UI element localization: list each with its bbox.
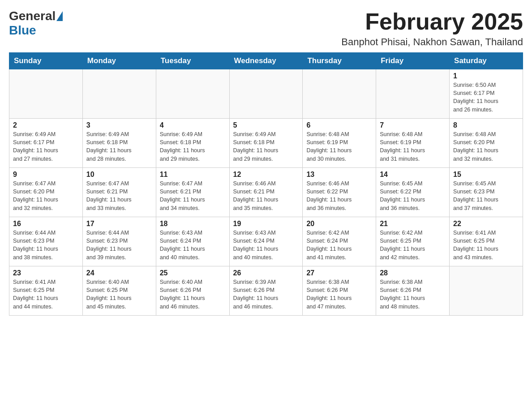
day-info: Sunrise: 6:49 AM Sunset: 6:18 PM Dayligh… <box>86 130 152 163</box>
day-number: 16 <box>13 220 79 228</box>
calendar-cell: 15Sunrise: 6:45 AM Sunset: 6:23 PM Dayli… <box>450 168 523 217</box>
day-info: Sunrise: 6:46 AM Sunset: 6:21 PM Dayligh… <box>233 180 299 212</box>
day-number: 24 <box>86 269 152 277</box>
day-info: Sunrise: 6:38 AM Sunset: 6:26 PM Dayligh… <box>380 278 446 311</box>
day-number: 27 <box>306 269 372 277</box>
week-row-2: 9Sunrise: 6:47 AM Sunset: 6:20 PM Daylig… <box>9 168 523 217</box>
calendar-cell: 14Sunrise: 6:45 AM Sunset: 6:22 PM Dayli… <box>376 168 450 217</box>
calendar-cell <box>82 69 156 119</box>
day-number: 14 <box>380 171 446 179</box>
calendar-cell: 10Sunrise: 6:47 AM Sunset: 6:21 PM Dayli… <box>82 168 156 217</box>
day-number: 23 <box>13 269 79 277</box>
day-info: Sunrise: 6:48 AM Sunset: 6:19 PM Dayligh… <box>380 130 446 163</box>
title-block: February 2025 Banphot Phisai, Nakhon Saw… <box>341 9 523 48</box>
logo-blue-text: Blue <box>9 23 36 37</box>
calendar-cell: 27Sunrise: 6:38 AM Sunset: 6:26 PM Dayli… <box>303 266 376 316</box>
day-number: 17 <box>86 220 152 228</box>
calendar-cell: 8Sunrise: 6:48 AM Sunset: 6:20 PM Daylig… <box>450 119 523 168</box>
day-info: Sunrise: 6:45 AM Sunset: 6:22 PM Dayligh… <box>380 180 446 212</box>
header-friday: Friday <box>376 53 450 69</box>
day-info: Sunrise: 6:43 AM Sunset: 6:24 PM Dayligh… <box>233 229 299 261</box>
day-info: Sunrise: 6:39 AM Sunset: 6:26 PM Dayligh… <box>233 278 299 311</box>
day-number: 4 <box>160 121 226 129</box>
calendar-cell: 26Sunrise: 6:39 AM Sunset: 6:26 PM Dayli… <box>229 266 303 316</box>
day-info: Sunrise: 6:48 AM Sunset: 6:19 PM Dayligh… <box>306 130 372 163</box>
day-info: Sunrise: 6:40 AM Sunset: 6:26 PM Dayligh… <box>160 278 226 311</box>
week-row-0: 1Sunrise: 6:50 AM Sunset: 6:17 PM Daylig… <box>9 69 523 119</box>
day-info: Sunrise: 6:41 AM Sunset: 6:25 PM Dayligh… <box>453 229 519 261</box>
calendar-cell: 9Sunrise: 6:47 AM Sunset: 6:20 PM Daylig… <box>9 168 83 217</box>
day-info: Sunrise: 6:41 AM Sunset: 6:25 PM Dayligh… <box>13 278 79 311</box>
calendar-cell: 12Sunrise: 6:46 AM Sunset: 6:21 PM Dayli… <box>229 168 303 217</box>
header-monday: Monday <box>82 53 156 69</box>
header-sunday: Sunday <box>9 53 83 69</box>
day-number: 3 <box>86 121 152 129</box>
calendar-cell: 20Sunrise: 6:42 AM Sunset: 6:24 PM Dayli… <box>303 217 376 266</box>
calendar-cell <box>376 69 450 119</box>
calendar-cell: 24Sunrise: 6:40 AM Sunset: 6:25 PM Dayli… <box>82 266 156 316</box>
day-info: Sunrise: 6:47 AM Sunset: 6:20 PM Dayligh… <box>13 180 79 212</box>
day-number: 12 <box>233 171 299 179</box>
day-info: Sunrise: 6:44 AM Sunset: 6:23 PM Dayligh… <box>86 229 152 261</box>
day-number: 21 <box>380 220 446 228</box>
month-title: February 2025 <box>341 9 523 34</box>
header-wednesday: Wednesday <box>229 53 303 69</box>
header-thursday: Thursday <box>303 53 376 69</box>
day-number: 25 <box>160 269 226 277</box>
calendar-cell: 18Sunrise: 6:43 AM Sunset: 6:24 PM Dayli… <box>156 217 229 266</box>
calendar-cell <box>9 69 83 119</box>
day-number: 5 <box>233 121 299 129</box>
calendar-cell: 19Sunrise: 6:43 AM Sunset: 6:24 PM Dayli… <box>229 217 303 266</box>
calendar-cell: 22Sunrise: 6:41 AM Sunset: 6:25 PM Dayli… <box>450 217 523 266</box>
week-row-4: 23Sunrise: 6:41 AM Sunset: 6:25 PM Dayli… <box>9 266 523 316</box>
calendar-cell: 16Sunrise: 6:44 AM Sunset: 6:23 PM Dayli… <box>9 217 83 266</box>
calendar-cell <box>450 266 523 316</box>
day-number: 18 <box>160 220 226 228</box>
calendar-cell: 7Sunrise: 6:48 AM Sunset: 6:19 PM Daylig… <box>376 119 450 168</box>
day-info: Sunrise: 6:50 AM Sunset: 6:17 PM Dayligh… <box>453 81 519 114</box>
calendar-cell: 21Sunrise: 6:42 AM Sunset: 6:25 PM Dayli… <box>376 217 450 266</box>
week-row-3: 16Sunrise: 6:44 AM Sunset: 6:23 PM Dayli… <box>9 217 523 266</box>
calendar-cell: 1Sunrise: 6:50 AM Sunset: 6:17 PM Daylig… <box>450 69 523 119</box>
day-info: Sunrise: 6:38 AM Sunset: 6:26 PM Dayligh… <box>306 278 372 311</box>
day-number: 9 <box>13 171 79 179</box>
calendar-cell: 25Sunrise: 6:40 AM Sunset: 6:26 PM Dayli… <box>156 266 229 316</box>
location-title: Banphot Phisai, Nakhon Sawan, Thailand <box>341 36 523 48</box>
day-number: 28 <box>380 269 446 277</box>
day-number: 19 <box>233 220 299 228</box>
calendar-cell: 28Sunrise: 6:38 AM Sunset: 6:26 PM Dayli… <box>376 266 450 316</box>
logo: General Blue <box>9 9 64 38</box>
day-number: 6 <box>306 121 372 129</box>
day-info: Sunrise: 6:42 AM Sunset: 6:24 PM Dayligh… <box>306 229 372 261</box>
calendar-cell <box>156 69 229 119</box>
page-header: General Blue February 2025 Banphot Phisa… <box>9 9 523 48</box>
day-info: Sunrise: 6:48 AM Sunset: 6:20 PM Dayligh… <box>453 130 519 163</box>
header-tuesday: Tuesday <box>156 53 229 69</box>
calendar-cell: 17Sunrise: 6:44 AM Sunset: 6:23 PM Dayli… <box>82 217 156 266</box>
day-info: Sunrise: 6:49 AM Sunset: 6:18 PM Dayligh… <box>160 130 226 163</box>
day-info: Sunrise: 6:44 AM Sunset: 6:23 PM Dayligh… <box>13 229 79 261</box>
day-info: Sunrise: 6:49 AM Sunset: 6:17 PM Dayligh… <box>13 130 79 163</box>
day-number: 11 <box>160 171 226 179</box>
day-info: Sunrise: 6:42 AM Sunset: 6:25 PM Dayligh… <box>380 229 446 261</box>
day-number: 8 <box>453 121 519 129</box>
day-number: 20 <box>306 220 372 228</box>
calendar-cell: 11Sunrise: 6:47 AM Sunset: 6:21 PM Dayli… <box>156 168 229 217</box>
header-saturday: Saturday <box>450 53 523 69</box>
day-number: 10 <box>86 171 152 179</box>
day-number: 15 <box>453 171 519 179</box>
calendar-table: Sunday Monday Tuesday Wednesday Thursday… <box>9 52 523 316</box>
logo-triangle-icon <box>56 11 63 21</box>
calendar-header-row: Sunday Monday Tuesday Wednesday Thursday… <box>9 53 523 69</box>
logo-general-text: General <box>9 9 56 23</box>
calendar-cell <box>229 69 303 119</box>
day-number: 22 <box>453 220 519 228</box>
calendar-cell: 4Sunrise: 6:49 AM Sunset: 6:18 PM Daylig… <box>156 119 229 168</box>
calendar-cell: 2Sunrise: 6:49 AM Sunset: 6:17 PM Daylig… <box>9 119 83 168</box>
calendar-cell: 13Sunrise: 6:46 AM Sunset: 6:22 PM Dayli… <box>303 168 376 217</box>
calendar-cell: 5Sunrise: 6:49 AM Sunset: 6:18 PM Daylig… <box>229 119 303 168</box>
day-number: 13 <box>306 171 372 179</box>
day-number: 1 <box>453 72 519 80</box>
day-info: Sunrise: 6:49 AM Sunset: 6:18 PM Dayligh… <box>233 130 299 163</box>
week-row-1: 2Sunrise: 6:49 AM Sunset: 6:17 PM Daylig… <box>9 119 523 168</box>
